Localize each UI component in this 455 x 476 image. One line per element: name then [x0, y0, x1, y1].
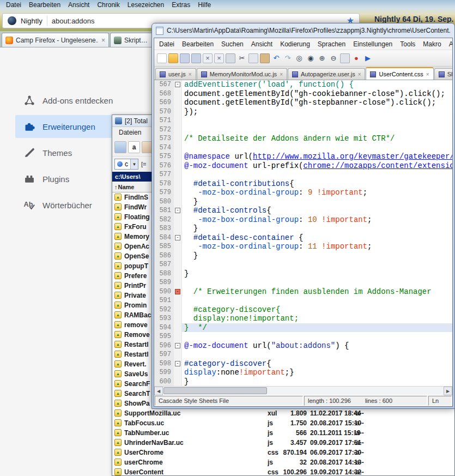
- menu-item-dateien[interactable]: Dateien: [116, 129, 144, 136]
- scroll-left-icon[interactable]: ◀: [154, 387, 163, 395]
- paste-icon[interactable]: [260, 53, 270, 63]
- code-editor[interactable]: 567-addEventListener('load', function() …: [154, 80, 452, 386]
- print-icon[interactable]: [226, 53, 235, 63]
- menu-item-einstellungen[interactable]: Einstellungen: [349, 39, 396, 49]
- line-number: 568: [154, 89, 174, 99]
- save-all-icon[interactable]: [191, 53, 201, 63]
- menu-item-datei[interactable]: Datei: [2, 1, 25, 9]
- close-icon[interactable]: ×: [203, 53, 213, 63]
- menu-item-bearbeiten[interactable]: Bearbeiten: [25, 1, 64, 9]
- sidebar-item-themes[interactable]: Themes: [15, 141, 112, 164]
- code-segment: [184, 188, 198, 197]
- file-row[interactable]: TabFocus.ucjs1.75020.08.2017 15:10-a--: [113, 418, 454, 428]
- menu-item-aus[interactable]: Aus: [445, 39, 452, 49]
- file-row[interactable]: userChromejs3220.08.2017 14:13-a--: [113, 457, 454, 467]
- undo-icon[interactable]: ↶: [271, 53, 281, 63]
- fold-marker-icon[interactable]: -: [175, 82, 180, 87]
- line-number: 575: [154, 152, 174, 161]
- menu-item-bearbeiten[interactable]: Bearbeiten: [178, 39, 217, 49]
- code-segment: @namespace: [184, 152, 230, 161]
- fold-marker-icon[interactable]: -: [175, 208, 180, 213]
- code-line: 592 #category-discover{: [154, 305, 452, 315]
- editor-tab-user-js[interactable]: user.js×: [155, 68, 196, 80]
- sidebar-item-erweiterungen[interactable]: Erweiterungen: [15, 115, 112, 138]
- scroll-right-icon[interactable]: ▶: [444, 387, 452, 395]
- close-tab-icon[interactable]: ×: [101, 37, 105, 44]
- editor-tab-autopagerize-user-js[interactable]: Autopagerize.user.js×: [288, 68, 366, 80]
- close-tab-icon[interactable]: ×: [280, 71, 283, 77]
- menu-item-tools[interactable]: Tools: [396, 39, 419, 49]
- sidebar-item-w-rterb-cher[interactable]: AbWörterbücher: [15, 194, 112, 216]
- editor-tab-showpass[interactable]: ShowPass×: [434, 68, 452, 80]
- chevron-down-icon[interactable]: ▼: [130, 159, 138, 169]
- menu-item-lesezeichen[interactable]: Lesezeichen: [124, 1, 168, 9]
- code-segment: [184, 179, 193, 188]
- code-text: @-moz-document url-prefix(chrome://mozap…: [182, 161, 452, 171]
- file-row[interactable]: UserContentcss100.29619.09.2017 14:32-a-…: [113, 467, 454, 475]
- sidebar-item-plugins[interactable]: Plugins: [15, 167, 112, 190]
- fold-margin: [174, 296, 182, 305]
- file-row[interactable]: UhrinderNavBar.ucjs3.45709.09.2017 17:51…: [113, 438, 454, 448]
- open-folder-icon[interactable]: [168, 53, 178, 63]
- code-segment: #category-discover{: [184, 305, 280, 314]
- sidebar-item-label: Plugins: [43, 174, 69, 184]
- play-macro-icon[interactable]: ▶: [363, 53, 373, 63]
- file-row[interactable]: SupportMozilla.ucxul1.80911.02.2017 18:4…: [113, 408, 454, 418]
- menu-item-datei[interactable]: Datei: [155, 39, 178, 49]
- find-icon[interactable]: ◎: [294, 53, 304, 63]
- file-row[interactable]: UserChromecss870.19406.09.2017 17:30-a--: [113, 448, 454, 457]
- close-all-icon[interactable]: ×: [214, 53, 224, 63]
- fold-marker-icon[interactable]: -: [175, 235, 180, 240]
- fold-margin: [174, 179, 182, 189]
- zoom-in-icon[interactable]: ⊕: [317, 53, 327, 63]
- editor-tab-memorymonitormod-uc-js[interactable]: MemoryMonitorMod.uc.js×: [197, 68, 287, 80]
- record-macro-icon[interactable]: ●: [351, 53, 361, 63]
- fold-marker-icon[interactable]: -: [175, 343, 180, 348]
- code-line: 581- #detail-controls{: [154, 206, 452, 215]
- drive-combobox[interactable]: c ▼: [114, 159, 138, 170]
- tc-toolbar-disk-icon[interactable]: [114, 141, 126, 153]
- fold-marker-icon[interactable]: -: [175, 289, 180, 294]
- line-number: 586: [154, 251, 174, 261]
- menu-item-ansicht[interactable]: Ansicht: [247, 39, 276, 49]
- scrollbar-thumb[interactable]: [163, 387, 267, 394]
- menu-item-hilfe[interactable]: Hilfe: [194, 1, 215, 9]
- doc-type-label: Cascade Style Sheets File: [155, 396, 303, 406]
- fold-margin: [174, 332, 182, 341]
- menu-item-makro[interactable]: Makro: [419, 39, 445, 49]
- sidebar-item-add-ons-entdecken[interactable]: Add-ons entdecken: [15, 89, 112, 112]
- menu-item-chronik[interactable]: Chronik: [93, 1, 123, 9]
- menu-item-extras[interactable]: Extras: [168, 1, 194, 9]
- close-tab-icon[interactable]: ×: [189, 71, 192, 77]
- redo-icon[interactable]: ↷: [283, 53, 293, 63]
- word-wrap-icon[interactable]: [340, 53, 350, 63]
- addons-category-sidebar: Add-ons entdeckenErweiterungenThemesPlug…: [15, 89, 112, 220]
- npp-title-text: C:\Users\Martin\AppData\Roaming\Mozilla\…: [167, 27, 451, 34]
- save-icon[interactable]: [180, 53, 190, 63]
- menu-item-sprachen[interactable]: Sprachen: [314, 39, 349, 49]
- menu-item-ansicht[interactable]: Ansicht: [64, 1, 93, 9]
- editor-tab-usercontent-css[interactable]: UserContent.css×: [366, 67, 433, 80]
- file-row[interactable]: TabNumber.ucjs56620.11.2011 15:19-a--: [113, 428, 454, 438]
- code-segment: /* Erweiterungen finden ausblenden im Ad…: [184, 287, 432, 296]
- menu-item-suchen[interactable]: Suchen: [217, 39, 247, 49]
- replace-icon[interactable]: ◉: [306, 53, 316, 63]
- file-icon: [114, 302, 122, 309]
- fold-marker-icon[interactable]: -: [175, 361, 180, 366]
- file-icon: [114, 282, 122, 289]
- zoom-out-icon[interactable]: ⊖: [329, 53, 338, 63]
- browser-tab-camp-firefox[interactable]: Camp Firefox - Ungelesene… ×: [2, 33, 109, 47]
- close-tab-icon[interactable]: ×: [426, 71, 429, 77]
- tc-toolbar-font-icon[interactable]: a: [128, 141, 140, 153]
- code-line: 580 }: [154, 197, 452, 207]
- new-file-icon[interactable]: [157, 53, 167, 63]
- app-button-label[interactable]: Nightly: [21, 17, 43, 25]
- npp-titlebar[interactable]: C:\Users\Martin\AppData\Roaming\Mozilla\…: [154, 23, 453, 38]
- menu-item-kodierung[interactable]: Kodierung: [276, 39, 314, 49]
- horizontal-scrollbar[interactable]: ◀ ▶: [154, 386, 452, 395]
- file-saved-icon: [201, 71, 207, 77]
- cut-icon[interactable]: ✂: [237, 53, 247, 63]
- close-tab-icon[interactable]: ×: [358, 71, 361, 77]
- fold-margin: [174, 278, 182, 287]
- copy-icon[interactable]: [248, 53, 258, 63]
